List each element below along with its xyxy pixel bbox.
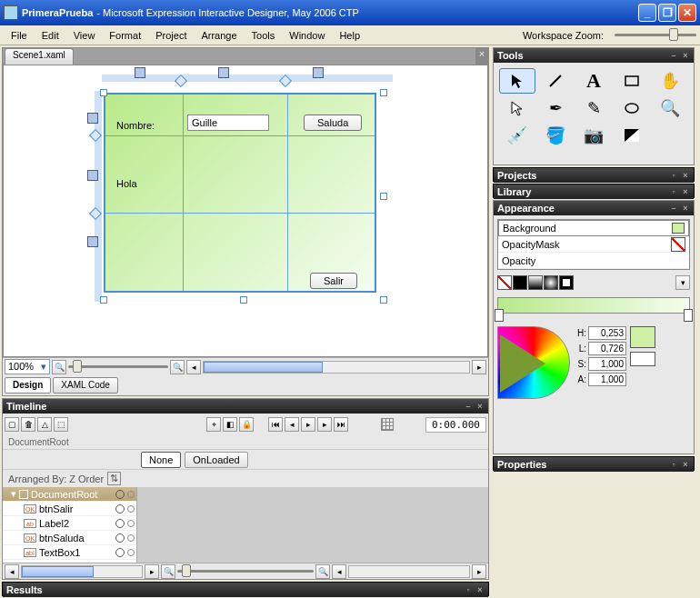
gradient-stop[interactable] (495, 309, 504, 322)
gradient-stop[interactable] (684, 309, 693, 322)
step-back-icon[interactable]: ◂ (285, 417, 299, 432)
direct-select-tool-icon[interactable] (499, 95, 535, 121)
library-panel[interactable]: Library▫× (493, 184, 695, 198)
paint-bucket-tool-icon[interactable]: 🪣 (537, 123, 574, 148)
mode-tab-xaml[interactable]: XAML Code (53, 377, 118, 394)
button-salir[interactable]: Salir (310, 273, 357, 289)
brush-options-icon[interactable]: ▾ (675, 275, 690, 290)
lightness-input[interactable] (588, 342, 626, 355)
rectangle-tool-icon[interactable] (614, 68, 650, 94)
menu-format[interactable]: Format (102, 28, 148, 43)
import-icon[interactable]: △ (37, 417, 52, 432)
visibility-icon[interactable] (115, 519, 125, 528)
design-surface[interactable]: Nombre: Guille Saluda Hola Salir (3, 65, 488, 357)
close-icon[interactable]: × (475, 585, 485, 594)
timeline-timestamp[interactable]: 0:00.000 (425, 417, 486, 433)
document-tab[interactable]: Scene1.xaml (5, 48, 74, 65)
ellipse-tool-icon[interactable] (614, 95, 650, 121)
canvas-hscroll[interactable] (203, 361, 470, 374)
tl-scroll-right-icon[interactable]: ▸ (145, 564, 159, 579)
gradient-editor[interactable] (497, 297, 690, 314)
lock-icon[interactable] (127, 505, 135, 513)
tl-scroll-left-icon[interactable]: ◂ (5, 564, 19, 579)
brush-solid-icon[interactable] (513, 275, 527, 290)
close-icon[interactable]: × (475, 402, 485, 411)
prop-opacity[interactable]: Opacity (498, 253, 689, 269)
tl-zoom-out-icon[interactable]: 🔍 (161, 564, 175, 579)
visibility-icon[interactable] (115, 533, 125, 543)
pen-tool-icon[interactable]: ✒ (537, 95, 574, 121)
snap-icon[interactable]: ⌖ (206, 417, 221, 432)
lock-icon[interactable] (127, 549, 135, 556)
keyframe-icon[interactable]: ◧ (223, 417, 237, 432)
visibility-icon[interactable] (115, 504, 125, 513)
zoom-out-icon[interactable]: 🔍 (52, 360, 66, 374)
line-tool-icon[interactable] (537, 68, 574, 94)
text-tool-icon[interactable]: A (575, 68, 612, 94)
zorder-toggle-icon[interactable]: ⇅ (107, 472, 121, 485)
brush-tile-icon[interactable] (559, 275, 574, 290)
zoom-in-icon[interactable]: 🔍 (170, 360, 185, 374)
tl-zoom-in-icon[interactable]: 🔍 (315, 564, 330, 579)
lock-icon[interactable]: 🔒 (239, 417, 254, 432)
visibility-icon[interactable] (115, 490, 125, 499)
zoom-tool-icon[interactable]: 🔍 (652, 95, 688, 121)
delete-timeline-icon[interactable]: 🗑 (21, 417, 35, 432)
menu-tools[interactable]: Tools (245, 28, 283, 43)
tl-track-scroll[interactable] (348, 565, 470, 578)
menu-window[interactable]: Window (282, 28, 332, 43)
goto-last-icon[interactable]: ⏭ (334, 417, 348, 432)
timeline-item[interactable]: ▾DocumentRoot (3, 487, 136, 502)
gradient-tool-icon[interactable] (614, 123, 650, 148)
brush-radial-icon[interactable] (544, 275, 558, 290)
properties-panel[interactable]: Properties▫× (493, 456, 695, 471)
menu-edit[interactable]: Edit (35, 28, 66, 43)
artboard-grid[interactable]: Nombre: Guille Saluda Hola Salir (104, 93, 376, 293)
mode-tab-design[interactable]: Design (5, 377, 51, 394)
alpha-input[interactable] (588, 373, 626, 386)
prop-opacitymask[interactable]: OpacityMask (498, 236, 689, 253)
menu-help[interactable]: Help (332, 28, 367, 43)
timeline-header[interactable]: Timeline –× (3, 399, 488, 414)
lock-icon[interactable] (127, 534, 135, 542)
new-timeline-icon[interactable]: ▢ (5, 417, 19, 432)
canvas-zoom-slider[interactable] (68, 365, 168, 368)
expand-icon[interactable]: ▾ (11, 488, 16, 500)
scroll-right-icon[interactable]: ▸ (472, 360, 486, 374)
textbox-guille[interactable]: Guille (187, 115, 269, 131)
color-wheel[interactable] (497, 326, 570, 399)
tl-track-scroll-right-icon[interactable]: ▸ (472, 564, 486, 579)
timeline-tracks[interactable] (137, 487, 488, 563)
timeline-item[interactable]: abITextBox1 (3, 545, 136, 560)
play-icon[interactable]: ▸ (301, 417, 315, 432)
menu-arrange[interactable]: Arrange (194, 28, 244, 43)
maximize-button[interactable]: ❐ (658, 4, 676, 22)
snapping-grid-icon[interactable] (381, 418, 394, 431)
selection-tool-icon[interactable] (499, 68, 535, 94)
brush-linear-icon[interactable] (528, 275, 543, 290)
menu-project[interactable]: Project (148, 28, 194, 43)
camera-tool-icon[interactable]: 📷 (575, 123, 612, 148)
prop-background[interactable]: Background (498, 220, 689, 236)
lock-icon[interactable] (127, 491, 135, 498)
pencil-tool-icon[interactable]: ✎ (575, 95, 612, 121)
button-saluda[interactable]: Saluda (304, 115, 362, 131)
trigger-onloaded[interactable]: OnLoaded (185, 452, 247, 468)
collapse-icon[interactable]: – (464, 402, 473, 411)
tl-name-scroll[interactable] (21, 565, 143, 578)
menu-view[interactable]: View (66, 28, 103, 43)
tl-zoom-slider[interactable] (177, 570, 314, 573)
lock-icon[interactable] (127, 520, 135, 527)
pan-tool-icon[interactable]: ✋ (652, 68, 688, 94)
timeline-item[interactable]: OKbtnSalir (3, 502, 136, 516)
export-icon[interactable]: ⬚ (54, 417, 68, 432)
timeline-item[interactable]: abLabel2 (3, 516, 136, 531)
timeline-object-list[interactable]: ▾DocumentRootOKbtnSalirabLabel2OKbtnSalu… (3, 487, 137, 563)
timeline-item[interactable]: OKbtnSaluda (3, 531, 136, 545)
saturation-input[interactable] (588, 357, 626, 371)
projects-panel[interactable]: Projects▫× (493, 167, 695, 182)
tl-track-scroll-left-icon[interactable]: ◂ (332, 564, 346, 579)
workspace-zoom-slider[interactable] (615, 34, 696, 36)
goto-first-icon[interactable]: ⏮ (268, 417, 283, 432)
minimize-button[interactable]: _ (638, 4, 656, 22)
